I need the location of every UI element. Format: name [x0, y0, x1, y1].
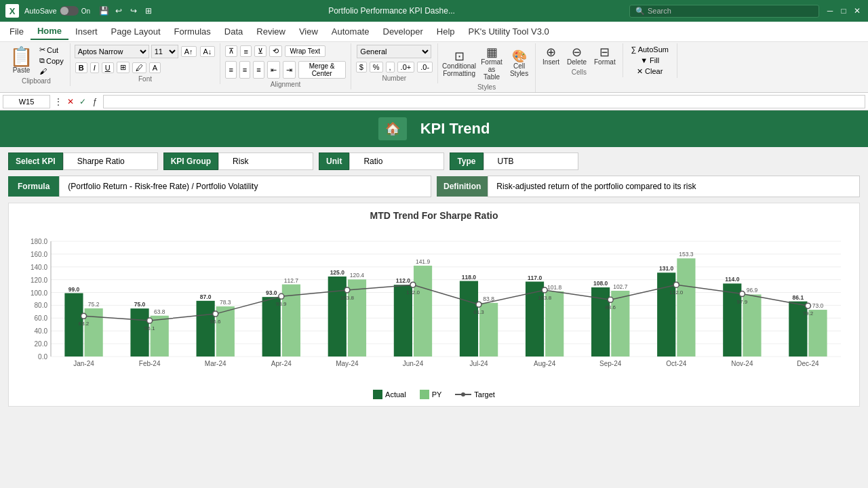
indent-inc-btn[interactable]: ⇥ [283, 61, 296, 79]
svg-text:102.7: 102.7 [613, 283, 628, 290]
text-direction-btn[interactable]: ⟲ [269, 45, 282, 57]
type-value[interactable]: UTB [484, 152, 578, 170]
decimal-inc-btn[interactable]: .0+ [397, 62, 415, 73]
kpi-banner-title: KPI Trend [420, 120, 490, 138]
decimal-dec-btn[interactable]: .0- [417, 62, 433, 73]
underline-btn[interactable]: U [102, 62, 114, 73]
number-format-select[interactable]: General [357, 45, 431, 58]
menu-help[interactable]: Help [430, 24, 462, 39]
bold-btn[interactable]: B [75, 62, 87, 73]
align-left-btn[interactable]: ≡ [225, 61, 236, 79]
font-decrease-btn[interactable]: A↓ [200, 46, 216, 57]
svg-text:Feb-24: Feb-24 [139, 360, 161, 367]
svg-text:40.0: 40.0 [35, 327, 48, 335]
merge-center-btn[interactable]: Merge & Center [298, 61, 346, 79]
cut-button[interactable]: ✂Cut [37, 45, 66, 55]
kpi-selectors-row: Select KPI Sharpe Ratio KPI Group Risk U… [0, 147, 868, 176]
menu-page-layout[interactable]: Page Layout [104, 24, 167, 39]
search-icon: 🔍 [635, 7, 645, 16]
svg-point-96 [608, 297, 613, 302]
maximize-icon[interactable]: □ [838, 5, 849, 16]
menu-formulas[interactable]: Formulas [167, 24, 218, 39]
font-color-btn[interactable]: A [149, 62, 161, 73]
minimize-icon[interactable]: ─ [825, 5, 835, 16]
unit-value[interactable]: Ratio [349, 152, 444, 170]
format-cells-btn[interactable]: ⊟Format [591, 45, 618, 67]
format-as-table-btn[interactable]: ▦Format as Table [478, 45, 505, 82]
align-middle-btn[interactable]: ≡ [240, 45, 251, 57]
conditional-formatting-btn[interactable]: ⊡Conditional Formatting [442, 49, 476, 79]
kpi-group-group: KPI Group Risk [163, 152, 313, 170]
cell-styles-btn[interactable]: 🎨Cell Styles [507, 49, 531, 79]
menu-home[interactable]: Home [31, 23, 68, 40]
kpi-group-value[interactable]: Risk [218, 152, 313, 170]
menu-pk-utility[interactable]: PK's Utility Tool V3.0 [462, 24, 556, 39]
wrap-text-btn[interactable]: Wrap Text [285, 45, 326, 57]
menu-review[interactable]: Review [250, 24, 292, 39]
svg-text:78.3: 78.3 [220, 299, 231, 306]
redo-icon[interactable]: ↪ [128, 5, 139, 16]
menu-insert[interactable]: Insert [68, 24, 104, 39]
italic-btn[interactable]: I [90, 62, 99, 73]
select-kpi-label: Select KPI [8, 152, 63, 170]
format-painter-button[interactable]: 🖌 [37, 66, 66, 76]
svg-text:Oct-24: Oct-24 [666, 360, 686, 367]
align-center-btn[interactable]: ≡ [239, 61, 250, 79]
comma-btn[interactable]: , [386, 62, 395, 73]
insert-btn[interactable]: ⊕Insert [540, 45, 562, 67]
cell-reference[interactable] [3, 95, 50, 108]
svg-text:20.0: 20.0 [35, 340, 48, 348]
chart-container: MTD Trend For Sharpe Ratio 0.020.040.060… [8, 203, 860, 407]
paste-button[interactable]: 📋Paste [7, 46, 36, 75]
font-increase-btn[interactable]: A↑ [181, 46, 197, 57]
border-btn[interactable]: ⊞ [117, 62, 130, 73]
type-label: Type [450, 152, 483, 170]
undo-icon[interactable]: ↩ [113, 5, 124, 16]
close-icon[interactable]: ✕ [852, 5, 863, 16]
formula-icons: ⋮ ✕ ✓ ƒ [53, 96, 100, 107]
svg-text:60.0: 60.0 [35, 314, 48, 322]
fill-btn[interactable]: ▼ Fill [638, 56, 661, 65]
align-bottom-btn[interactable]: ⊻ [254, 45, 267, 57]
menu-developer[interactable]: Developer [376, 24, 430, 39]
svg-text:Jun-24: Jun-24 [403, 360, 424, 367]
menu-automate[interactable]: Automate [325, 24, 376, 39]
search-box[interactable]: 🔍 Search [629, 5, 819, 18]
percent-btn[interactable]: % [370, 62, 383, 73]
svg-text:Jul-24: Jul-24 [469, 360, 488, 367]
indent-dec-btn[interactable]: ⇤ [267, 61, 280, 79]
svg-text:75.0: 75.0 [134, 301, 146, 308]
chart-title: MTD Trend For Sharpe Ratio [16, 210, 852, 221]
autosum-btn[interactable]: ∑ AutoSum [629, 45, 671, 54]
copy-button[interactable]: ⧉Copy [37, 56, 66, 66]
menu-data[interactable]: Data [218, 24, 250, 39]
align-top-btn[interactable]: ⊼ [225, 45, 237, 57]
clear-btn[interactable]: ✕ Clear [635, 66, 665, 77]
save-icon[interactable]: 💾 [98, 5, 109, 16]
fill-color-btn[interactable]: 🖊 [132, 62, 146, 73]
svg-text:Apr-24: Apr-24 [271, 360, 292, 367]
svg-rect-56 [545, 291, 564, 357]
svg-point-82 [147, 318, 153, 323]
insert-function-icon[interactable]: ƒ [90, 96, 100, 107]
font-size-select[interactable]: 11 [151, 45, 178, 58]
delete-btn[interactable]: ⊖Delete [564, 45, 589, 67]
svg-text:80.0: 80.0 [35, 302, 48, 309]
expand-formula-icon[interactable]: ⋮ [53, 96, 64, 107]
menu-view[interactable]: View [292, 24, 325, 39]
font-label: Font [75, 75, 216, 83]
grid-icon[interactable]: ⊞ [143, 5, 154, 16]
confirm-formula-icon[interactable]: ✓ [77, 96, 88, 107]
menu-file[interactable]: File [3, 24, 31, 39]
svg-text:120.0: 120.0 [31, 277, 47, 284]
legend-actual: Actual [373, 390, 406, 399]
currency-btn[interactable]: $ [356, 62, 367, 73]
align-right-btn[interactable]: ≡ [253, 61, 264, 79]
formula-input[interactable] [103, 95, 865, 108]
home-icon[interactable]: 🏠 [378, 117, 407, 140]
autosave-toggle[interactable] [60, 6, 79, 16]
ribbon-cells: ⊕Insert ⊖Delete ⊟Format Cells [536, 43, 623, 77]
cancel-formula-icon[interactable]: ✕ [65, 96, 76, 107]
font-family-select[interactable]: Aptos Narrow [75, 45, 149, 58]
select-kpi-value[interactable]: Sharpe Ratio [63, 152, 158, 170]
